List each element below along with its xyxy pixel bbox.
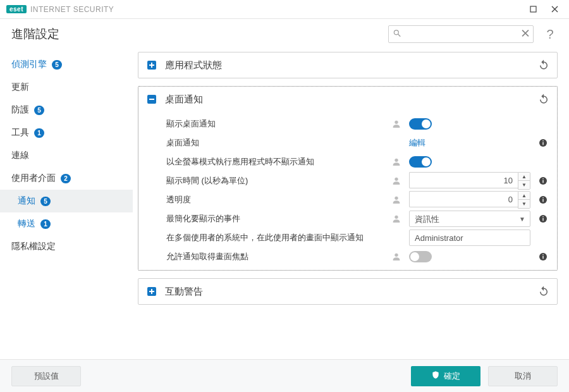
spin-up-button[interactable]: ▲	[518, 173, 530, 181]
svg-rect-8	[542, 140, 543, 141]
sidebar-item-tools[interactable]: 工具 1	[0, 121, 133, 144]
svg-point-10	[395, 178, 398, 181]
sidebar-badge: 5	[34, 106, 44, 115]
toggle-fullscreen-suppress[interactable]	[409, 156, 432, 168]
edit-link[interactable]: 編輯	[409, 137, 425, 149]
section-title: 應用程式狀態	[165, 59, 222, 71]
svg-point-9	[395, 159, 398, 162]
sidebar-item-update[interactable]: 更新	[0, 76, 133, 99]
row-label: 最簡化要顯示的事件	[166, 213, 384, 224]
row-multiuser: 在多個使用者的系統中，在此使用者的畫面中顯示通知	[138, 228, 557, 247]
lock-icon	[391, 157, 401, 167]
opacity-input[interactable]	[409, 191, 518, 207]
sidebar-item-forward[interactable]: 轉送 1	[0, 212, 133, 235]
button-label: 取消	[515, 371, 531, 382]
sidebar-item-label: 通知	[18, 195, 35, 207]
footer: 預設值 確定 取消	[0, 359, 569, 392]
svg-rect-7	[542, 142, 543, 145]
info-icon[interactable]	[538, 252, 548, 262]
expand-icon	[146, 286, 157, 297]
help-button[interactable]: ?	[542, 27, 558, 42]
svg-rect-25	[542, 254, 543, 255]
sidebar-badge: 1	[40, 219, 51, 229]
sidebar-item-label: 使用者介面	[11, 173, 56, 184]
row-label: 在多個使用者的系統中，在此使用者的畫面中顯示通知	[166, 232, 384, 243]
toggle-show-desktop-notify[interactable]	[409, 118, 432, 130]
lock-icon	[391, 119, 401, 129]
section-desktop-notify: 桌面通知 顯示桌面通知	[138, 86, 558, 271]
button-label: 預設值	[34, 371, 59, 382]
section-app-status: 應用程式狀態	[138, 52, 558, 78]
svg-line-2	[398, 34, 401, 37]
svg-rect-16	[542, 199, 543, 202]
sidebar-badge: 2	[61, 174, 71, 183]
sidebar-item-notifications[interactable]: 通知 5	[0, 190, 133, 212]
brand-name: INTERNET SECURITY	[30, 5, 114, 14]
svg-point-18	[395, 216, 398, 219]
defaults-button[interactable]: 預設值	[11, 366, 81, 386]
svg-rect-12	[542, 180, 543, 183]
svg-rect-21	[542, 216, 543, 217]
sidebar-item-protection[interactable]: 防護 5	[0, 99, 133, 121]
section-title: 互動警告	[165, 286, 203, 298]
revert-icon[interactable]	[538, 285, 549, 298]
lock-icon	[391, 214, 401, 224]
row-label: 以全螢幕模式執行應用程式時不顯示通知	[166, 156, 384, 168]
sidebar-badge: 5	[52, 60, 62, 70]
titlebar: eset INTERNET SECURITY	[0, 0, 569, 19]
multiuser-input[interactable]	[409, 230, 530, 246]
section-header-interactive-alerts[interactable]: 互動警告	[138, 279, 557, 304]
search-input[interactable]	[388, 25, 534, 43]
sidebar-item-connection[interactable]: 連線	[0, 144, 133, 167]
cancel-button[interactable]: 取消	[488, 366, 558, 386]
info-icon[interactable]	[538, 176, 548, 186]
ok-button[interactable]: 確定	[411, 366, 480, 386]
row-label: 允許通知取得畫面焦點	[166, 251, 384, 262]
row-desktop-notify-edit: 桌面通知 編輯	[138, 133, 557, 152]
min-event-select[interactable]: 資訊性	[409, 211, 530, 227]
row-label: 透明度	[166, 194, 384, 205]
main-panel: 應用程式狀態 桌面通知 顯示	[133, 49, 569, 359]
window-maximize-button[interactable]	[522, 1, 544, 18]
subheader: 進階設定 ?	[0, 19, 569, 49]
search-box	[388, 25, 534, 43]
expand-icon	[146, 59, 157, 71]
section-header-desktop-notify[interactable]: 桌面通知	[138, 87, 557, 112]
svg-rect-24	[542, 256, 543, 259]
info-icon[interactable]	[538, 214, 548, 224]
sidebar-badge: 1	[34, 128, 44, 138]
brand-badge: eset	[6, 5, 27, 13]
info-icon[interactable]	[538, 195, 548, 205]
sidebar-item-privacy[interactable]: 隱私權設定	[0, 235, 133, 258]
section-header-app-status[interactable]: 應用程式狀態	[138, 52, 557, 78]
sidebar-item-ui[interactable]: 使用者介面 2	[0, 167, 133, 190]
collapse-icon	[146, 94, 157, 105]
lock-icon	[391, 176, 401, 186]
display-duration-input[interactable]	[409, 172, 518, 188]
search-clear-icon[interactable]	[522, 30, 529, 39]
revert-icon[interactable]	[538, 93, 549, 106]
section-interactive-alerts: 互動警告	[138, 278, 558, 305]
toggle-allow-focus[interactable]	[409, 251, 432, 262]
svg-point-5	[395, 121, 398, 124]
spin-down-button[interactable]: ▼	[518, 200, 530, 208]
sidebar-item-label: 防護	[11, 104, 29, 116]
spin-up-button[interactable]: ▲	[518, 192, 530, 200]
svg-point-1	[394, 30, 398, 35]
sidebar-item-label: 更新	[11, 82, 29, 93]
section-title: 桌面通知	[165, 94, 203, 106]
row-label: 桌面通知	[166, 137, 384, 149]
revert-icon[interactable]	[538, 59, 549, 72]
sidebar-item-detection-engine[interactable]: 偵測引擎 5	[0, 53, 133, 76]
svg-point-14	[395, 197, 398, 200]
row-allow-focus: 允許通知取得畫面焦點	[138, 247, 557, 266]
row-opacity: 透明度 ▲ ▼	[138, 190, 557, 209]
row-min-event: 最簡化要顯示的事件 資訊性 ▼	[138, 209, 557, 228]
shield-icon	[431, 371, 440, 381]
spin-down-button[interactable]: ▼	[518, 181, 530, 189]
row-show-desktop-notify: 顯示桌面通知	[138, 114, 557, 133]
info-icon[interactable]	[538, 138, 548, 148]
svg-rect-20	[542, 218, 543, 221]
sidebar-badge: 5	[40, 197, 51, 206]
window-close-button[interactable]	[544, 1, 565, 18]
